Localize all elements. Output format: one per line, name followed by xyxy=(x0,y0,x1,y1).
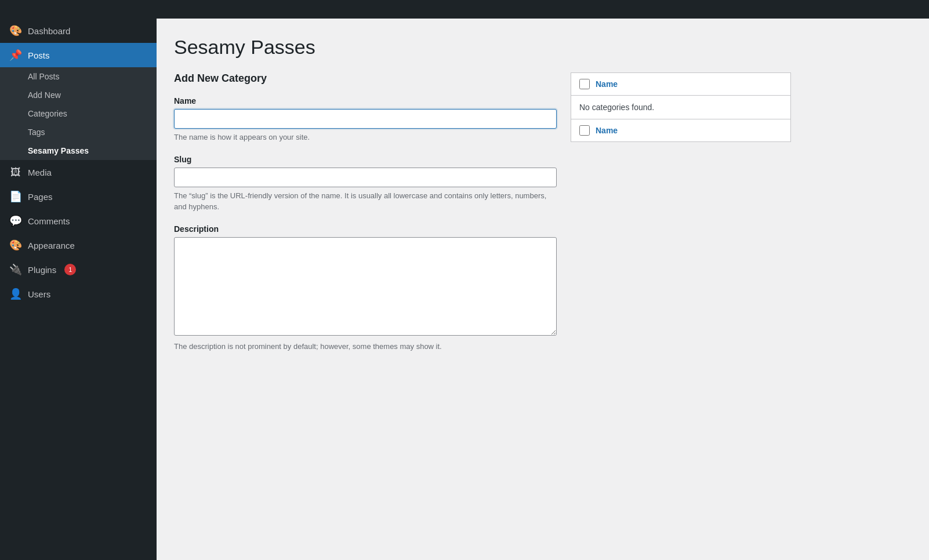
sidebar-item-comments[interactable]: 💬 Comments xyxy=(0,209,157,233)
table-footer-name[interactable]: Name xyxy=(596,126,618,135)
sidebar-item-label: Posts xyxy=(28,50,50,60)
form-section: Add New Category Name The name is how it… xyxy=(174,72,557,363)
page-title: Sesamy Passes xyxy=(174,36,912,59)
section-title: Add New Category xyxy=(174,72,557,85)
sidebar-item-label: Dashboard xyxy=(28,26,70,36)
comments-icon: 💬 xyxy=(9,214,22,227)
table-header-name[interactable]: Name xyxy=(596,79,618,89)
content-layout: Add New Category Name The name is how it… xyxy=(174,72,912,363)
users-icon: 👤 xyxy=(9,288,22,300)
sidebar-item-posts[interactable]: 📌 Posts xyxy=(0,43,157,67)
description-group: Description The description is not promi… xyxy=(174,224,557,352)
main-content: Sesamy Passes Add New Category Name The … xyxy=(157,19,929,560)
name-label: Name xyxy=(174,96,557,106)
description-textarea[interactable] xyxy=(174,237,557,336)
pages-icon: 📄 xyxy=(9,190,22,203)
sidebar-item-label: Comments xyxy=(28,216,70,226)
description-hint: The description is not prominent by defa… xyxy=(174,341,557,352)
sidebar-item-dashboard[interactable]: 🎨 Dashboard xyxy=(0,19,157,43)
sidebar-item-all-posts[interactable]: All Posts xyxy=(0,67,157,86)
sidebar-item-media[interactable]: 🖼 Media xyxy=(0,160,157,184)
sidebar-item-label: Pages xyxy=(28,192,53,202)
plugins-badge: 1 xyxy=(64,264,76,275)
table-header-row: Name xyxy=(571,73,790,96)
sidebar-item-plugins[interactable]: 🔌 Plugins 1 xyxy=(0,257,157,282)
slug-label: Slug xyxy=(174,155,557,164)
name-input[interactable] xyxy=(174,109,557,129)
table-footer-row: Name xyxy=(571,119,790,141)
posts-submenu: All Posts Add New Categories Tags Sesamy… xyxy=(0,67,157,160)
slug-group: Slug The “slug” is the URL-friendly vers… xyxy=(174,155,557,213)
sidebar-item-categories[interactable]: Categories xyxy=(0,104,157,123)
footer-select-all-checkbox[interactable] xyxy=(579,125,590,136)
name-group: Name The name is how it appears on your … xyxy=(174,96,557,143)
plugins-icon: 🔌 xyxy=(9,263,22,276)
description-label: Description xyxy=(174,224,557,234)
sidebar-item-add-new[interactable]: Add New xyxy=(0,86,157,104)
sidebar-item-label: Media xyxy=(28,168,52,177)
categories-table-panel: Name No categories found. Name xyxy=(571,72,791,142)
appearance-icon: 🎨 xyxy=(9,239,22,252)
name-hint: The name is how it appears on your site. xyxy=(174,132,557,143)
no-categories-message: No categories found. xyxy=(571,96,790,119)
sidebar-item-label: Plugins xyxy=(28,265,56,275)
sidebar-item-label: Appearance xyxy=(28,241,75,250)
top-bar xyxy=(0,0,929,19)
sidebar-item-users[interactable]: 👤 Users xyxy=(0,282,157,306)
slug-input[interactable] xyxy=(174,168,557,187)
sidebar-item-sesamy-passes[interactable]: Sesamy Passes xyxy=(0,141,157,160)
sidebar-item-appearance[interactable]: 🎨 Appearance xyxy=(0,233,157,257)
media-icon: 🖼 xyxy=(9,166,22,179)
sidebar-item-tags[interactable]: Tags xyxy=(0,123,157,141)
posts-icon: 📌 xyxy=(9,49,22,61)
sidebar-item-pages[interactable]: 📄 Pages xyxy=(0,184,157,209)
slug-hint: The “slug” is the URL-friendly version o… xyxy=(174,190,557,213)
dashboard-icon: 🎨 xyxy=(9,24,22,37)
sidebar: 🎨 Dashboard 📌 Posts All Posts Add New Ca… xyxy=(0,19,157,560)
select-all-checkbox[interactable] xyxy=(579,79,590,89)
sidebar-item-label: Users xyxy=(28,289,50,299)
